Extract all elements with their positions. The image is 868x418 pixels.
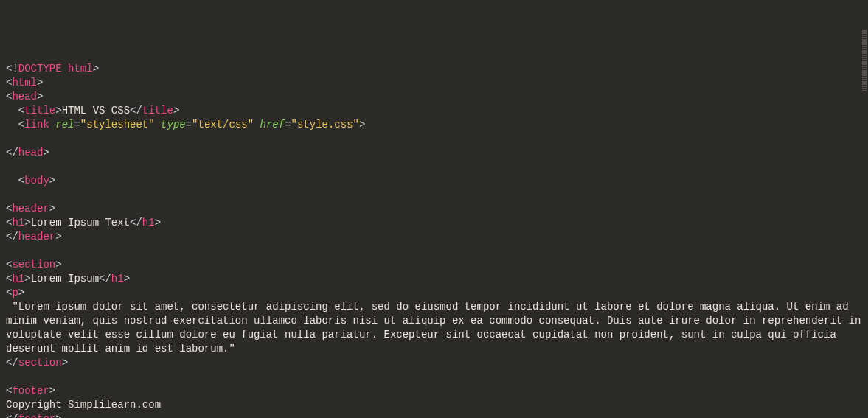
footer-open-tag: footer [12,385,49,397]
doctype-tag: DOCTYPE html [18,63,93,74]
footer-text: Copyright Simplilearn.com [6,399,161,411]
p-open-tag: p [12,287,18,299]
section-close-tag: section [18,357,62,369]
link-tag: link [24,119,49,130]
body-open-tag: body [24,175,49,187]
head-open-tag: head [12,91,37,102]
type-value: "text/css" [192,119,254,130]
head-close-tag: head [18,147,44,159]
h1-section-text: Lorem Ipsum [31,273,99,285]
title-close-tag: title [142,105,173,116]
title-text: HTML VS CSS [62,105,130,116]
title-open-tag: title [24,105,55,116]
h1-open-tag-1: h1 [12,217,24,229]
h1-open-tag-2: h1 [12,273,24,285]
minimap[interactable] [862,2,867,76]
rel-value: "stylesheet" [80,119,155,130]
h1-close-tag-2: h1 [111,273,124,285]
header-open-tag: header [12,203,49,215]
href-value: "style.css" [291,119,359,130]
paragraph-text: "Lorem ipsum dolor sit amet, consectetur… [6,301,867,355]
header-close-tag: header [18,231,55,243]
footer-close-tag: footer [18,413,55,418]
h1-close-tag-1: h1 [142,217,155,229]
type-attr: type [161,119,186,130]
href-attr: href [260,119,285,130]
rel-attr: rel [55,119,74,130]
code-editor-content[interactable]: <!DOCTYPE html> <html> <head> <title>HTM… [6,62,862,418]
h1-header-text: Lorem Ipsum Text [31,217,130,229]
html-open-tag: html [12,77,37,88]
section-open-tag: section [12,259,55,271]
